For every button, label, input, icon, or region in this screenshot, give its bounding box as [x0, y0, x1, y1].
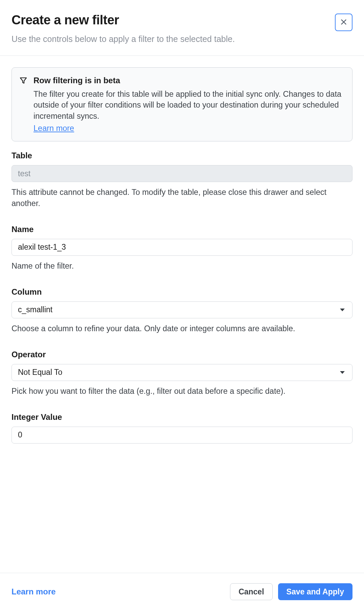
integer-value-label: Integer Value	[12, 412, 352, 422]
operator-help: Pick how you want to filter the data (e.…	[12, 386, 352, 397]
drawer-title: Create a new filter	[12, 13, 235, 27]
table-value: test	[18, 169, 30, 178]
name-label: Name	[12, 225, 352, 234]
caret-down-icon	[340, 309, 345, 311]
column-help: Choose a column to refine your data. Onl…	[12, 323, 352, 334]
operator-value: Not Equal To	[18, 368, 62, 377]
table-group: Table test This attribute cannot be chan…	[12, 151, 352, 209]
operator-label: Operator	[12, 350, 352, 359]
drawer-body: Row filtering is in beta The filter you …	[0, 56, 364, 444]
column-value: c_smallint	[18, 305, 52, 314]
column-group: Column c_smallint Choose a column to ref…	[12, 287, 352, 334]
close-icon	[340, 18, 347, 27]
name-help: Name of the filter.	[12, 261, 352, 272]
integer-value-input-wrapper	[12, 427, 352, 444]
save-button-label: Save and Apply	[287, 587, 344, 596]
operator-select[interactable]: Not Equal To	[12, 364, 352, 381]
table-help: This attribute cannot be changed. To mod…	[12, 187, 352, 209]
drawer-footer: Learn more Cancel Save and Apply	[0, 573, 364, 611]
column-label: Column	[12, 287, 352, 297]
integer-value-input[interactable]	[18, 427, 346, 443]
cancel-button-label: Cancel	[238, 587, 264, 596]
filter-icon	[19, 76, 27, 133]
column-select[interactable]: c_smallint	[12, 301, 352, 318]
header-text: Create a new filter Use the controls bel…	[12, 13, 235, 45]
save-and-apply-button[interactable]: Save and Apply	[278, 583, 352, 600]
operator-group: Operator Not Equal To Pick how you want …	[12, 350, 352, 397]
beta-notice-body: The filter you create for this table wil…	[33, 89, 343, 122]
name-input-wrapper	[12, 239, 352, 256]
beta-notice-title: Row filtering is in beta	[33, 76, 343, 85]
beta-notice-learn-more-link[interactable]: Learn more	[33, 124, 74, 133]
name-group: Name Name of the filter.	[12, 225, 352, 272]
footer-learn-more-link[interactable]: Learn more	[12, 587, 56, 596]
table-input: test	[12, 165, 352, 182]
integer-value-group: Integer Value	[12, 412, 352, 444]
beta-notice-content: Row filtering is in beta The filter you …	[33, 76, 343, 133]
caret-down-icon	[340, 371, 345, 374]
name-input[interactable]	[18, 239, 346, 255]
beta-notice: Row filtering is in beta The filter you …	[12, 67, 352, 142]
close-button[interactable]	[335, 14, 352, 31]
cancel-button[interactable]: Cancel	[230, 583, 272, 600]
footer-buttons: Cancel Save and Apply	[230, 583, 352, 600]
drawer-header: Create a new filter Use the controls bel…	[0, 0, 364, 56]
drawer-subtitle: Use the controls below to apply a filter…	[12, 33, 235, 45]
table-label: Table	[12, 151, 352, 160]
